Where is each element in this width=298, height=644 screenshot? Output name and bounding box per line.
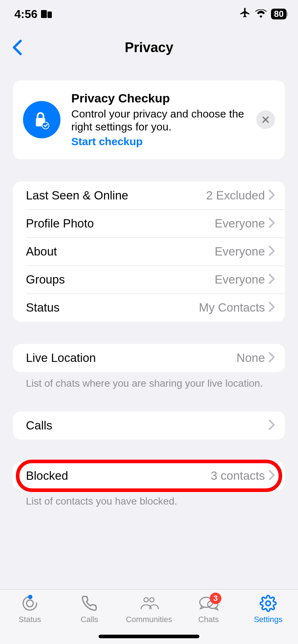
row-status-privacy[interactable]: Status My Contacts xyxy=(13,294,285,322)
row-value: Everyone xyxy=(215,217,265,230)
blocked-footer: List of contacts you have blocked. xyxy=(13,490,285,507)
row-value: My Contacts xyxy=(199,301,265,314)
tab-label: Status xyxy=(19,615,41,624)
tab-status[interactable]: Status xyxy=(0,594,60,644)
start-checkup-link[interactable]: Start checkup xyxy=(71,135,143,148)
row-label: Calls xyxy=(26,419,265,432)
privacy-checkup-desc: Control your privacy and choose the righ… xyxy=(71,107,245,133)
chevron-right-icon xyxy=(268,245,275,258)
row-value: None xyxy=(236,351,265,365)
battery-percent: 80 xyxy=(274,9,284,19)
home-indicator xyxy=(99,635,199,638)
privacy-checkup-card: Privacy Checkup Control your privacy and… xyxy=(13,80,285,159)
row-label: Groups xyxy=(26,273,215,286)
row-label: Blocked xyxy=(26,469,211,483)
live-location-group: Live Location None List of chats where y… xyxy=(13,344,285,389)
svg-point-4 xyxy=(42,122,49,128)
wifi-icon xyxy=(255,8,267,21)
privacy-checkup-title: Privacy Checkup xyxy=(71,91,245,105)
svg-rect-0 xyxy=(41,10,47,18)
dual-sim-icon xyxy=(41,9,52,19)
status-bar-left: 4:56 xyxy=(14,8,52,21)
svg-point-8 xyxy=(26,600,33,607)
chevron-right-icon xyxy=(268,217,275,230)
calls-group: Calls xyxy=(13,411,285,440)
chevron-right-icon xyxy=(268,470,275,482)
battery-indicator: 80 xyxy=(271,9,286,19)
svg-point-10 xyxy=(150,598,154,602)
row-label: Status xyxy=(26,301,199,314)
status-bar: 4:56 80 xyxy=(0,0,298,28)
chevron-right-icon xyxy=(268,273,275,286)
close-checkup-button[interactable] xyxy=(256,110,275,129)
tab-label: Calls xyxy=(81,615,98,624)
row-value: Everyone xyxy=(215,273,265,286)
svg-point-13 xyxy=(266,601,271,606)
row-label: Live Location xyxy=(26,351,236,365)
row-profile-photo[interactable]: Profile Photo Everyone xyxy=(13,210,285,238)
back-button[interactable] xyxy=(6,37,28,58)
content-area: Privacy Checkup Control your privacy and… xyxy=(0,67,298,589)
row-value: 2 Excluded xyxy=(206,189,265,202)
gear-icon xyxy=(259,594,277,613)
row-label: Last Seen & Online xyxy=(26,189,206,202)
page-title: Privacy xyxy=(125,40,173,55)
row-blocked[interactable]: Blocked 3 contacts xyxy=(13,462,285,490)
row-label: Profile Photo xyxy=(26,217,215,230)
status-bar-right: 80 xyxy=(239,7,286,21)
nav-header: Privacy xyxy=(0,28,298,67)
row-value: 3 contacts xyxy=(211,469,265,483)
people-group-icon xyxy=(139,594,159,613)
visibility-settings-group: Last Seen & Online 2 Excluded Profile Ph… xyxy=(13,181,285,322)
chats-badge: 3 xyxy=(210,593,221,604)
lock-check-icon xyxy=(23,101,60,138)
chevron-right-icon xyxy=(268,189,275,202)
row-about[interactable]: About Everyone xyxy=(13,238,285,266)
svg-rect-1 xyxy=(48,12,52,18)
tab-label: Communities xyxy=(126,615,172,624)
row-value: Everyone xyxy=(215,245,265,258)
tab-settings[interactable]: Settings xyxy=(238,594,298,644)
chevron-right-icon xyxy=(268,302,275,314)
chevron-right-icon xyxy=(268,352,275,364)
row-live-location[interactable]: Live Location None xyxy=(13,344,285,372)
airplane-mode-icon xyxy=(239,7,251,21)
row-last-seen-online[interactable]: Last Seen & Online 2 Excluded xyxy=(13,181,285,210)
new-status-dot-icon xyxy=(28,595,32,599)
row-groups[interactable]: Groups Everyone xyxy=(13,266,285,294)
live-location-footer: List of chats where you are sharing your… xyxy=(13,372,285,389)
blocked-group: Blocked 3 contacts List of contacts you … xyxy=(13,462,285,507)
tab-label: Chats xyxy=(198,615,219,624)
svg-point-9 xyxy=(144,598,148,602)
tab-label: Settings xyxy=(254,615,283,624)
row-calls[interactable]: Calls xyxy=(13,411,285,440)
status-time: 4:56 xyxy=(14,8,37,21)
row-label: About xyxy=(26,245,215,258)
phone-icon xyxy=(81,594,98,613)
status-ring-icon xyxy=(21,594,39,613)
chevron-right-icon xyxy=(268,419,275,432)
privacy-checkup-body: Privacy Checkup Control your privacy and… xyxy=(71,91,245,148)
